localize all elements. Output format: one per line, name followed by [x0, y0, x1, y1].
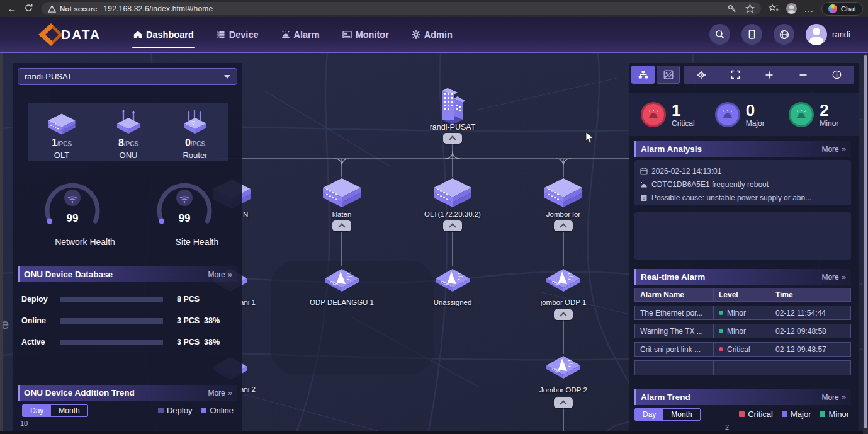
site-selector-dropdown[interactable]: randi-PUSAT [18, 68, 237, 85]
onu-trend-more-link[interactable]: More» [208, 388, 232, 397]
node-icon-jombor-odp1[interactable]: ODP [545, 268, 582, 299]
table-row[interactable]: The Ethernet por... Minor 02-12 11:54:44 [634, 306, 851, 320]
collections-icon[interactable] [769, 4, 779, 13]
node-label-root[interactable]: randi-PUSAT [405, 123, 500, 132]
collapse-button-klaten[interactable] [332, 220, 351, 231]
collapse-button-jombor-odp2[interactable] [554, 397, 573, 408]
active-bar [60, 340, 163, 345]
node-label-n[interactable]: N [243, 210, 268, 218]
alarm-trend-day-tab[interactable]: Day [635, 409, 663, 420]
stat-router[interactable]: 0/PCS Router [162, 103, 228, 161]
network-health-gauge: 99 [35, 180, 110, 238]
node-label-ani2[interactable]: ani 2 [240, 385, 265, 393]
node-icon-randi-pusat[interactable] [435, 87, 470, 127]
not-secure-warning-icon [48, 5, 56, 13]
locate-icon[interactable] [696, 70, 706, 80]
building-icon [435, 87, 470, 125]
node-label-unassigned[interactable]: Unassigned [405, 299, 500, 306]
onu-database-more-link[interactable]: More» [208, 270, 232, 279]
node-label-ani1[interactable]: ani 1 [240, 299, 265, 306]
stat-onu[interactable]: 8/PCS ONU [95, 103, 162, 161]
alarm-summary-critical[interactable]: 1 Critical [633, 93, 707, 136]
node-label-jombor-lor[interactable]: Jombor lor [516, 210, 611, 218]
router-device-icon [181, 108, 209, 136]
site-health-gauge: 99 [147, 180, 222, 238]
map-view-button[interactable] [657, 66, 680, 84]
fullscreen-icon[interactable] [731, 70, 740, 79]
address-bar[interactable]: Not secure 192.168.32.6/index.html#/home [42, 2, 761, 15]
tab-admin[interactable]: Admin [412, 17, 453, 52]
user-avatar [806, 24, 827, 45]
node-icon-jombor-lor[interactable] [543, 177, 583, 211]
zoom-in-icon[interactable] [765, 71, 774, 79]
tab-dashboard[interactable]: Dashboard [133, 17, 194, 52]
alarm-summary-minor[interactable]: 2 Minor [781, 93, 855, 136]
tab-device[interactable]: Device [217, 17, 259, 52]
onu-trend-day-tab[interactable]: Day [23, 405, 51, 416]
topology-view-button[interactable] [631, 66, 655, 84]
info-icon[interactable] [832, 70, 842, 79]
language-button[interactable] [774, 24, 794, 45]
browser-toolbar: ← Not secure 192.168.32.6/index.html#/ho… [0, 0, 868, 17]
node-label-olt[interactable]: OLT(172.20.30.2) [405, 210, 500, 218]
node-label-odp-delanggu[interactable]: ODP DELANGGU 1 [295, 299, 389, 306]
node-icon-olt[interactable] [432, 177, 473, 211]
alarm-trend-more-link[interactable]: More» [821, 392, 846, 402]
browser-menu-icon[interactable]: ... [804, 4, 814, 14]
node-icon-odp-delanggu[interactable]: ODP [324, 268, 360, 299]
profile-status-dot [794, 3, 797, 6]
node-label-jombor-odp1[interactable]: jombor ODP 1 [516, 299, 611, 306]
onu-trend-y-tick: 10 [20, 420, 28, 427]
node-icon-jombor-odp2[interactable]: ODP [545, 355, 582, 386]
copilot-chat-button[interactable]: Chat [821, 2, 863, 16]
node-icon-klaten[interactable] [322, 177, 362, 211]
app-window: ← Not secure 192.168.32.6/index.html#/ho… [0, 0, 868, 434]
onu-trend-month-tab[interactable]: Month [51, 405, 87, 416]
critical-siren-icon [641, 102, 666, 127]
node-label-klaten[interactable]: klaten [295, 210, 389, 218]
dashboard-right-panel: 1 Critical 0 Major 2 Minor [629, 63, 859, 434]
search-button[interactable] [709, 24, 730, 45]
onu-device-icon [115, 108, 142, 136]
table-header-row: Alarm Name Level Time [634, 288, 851, 302]
table-row[interactable]: Crit sni port link ... Critical 02-12 09… [634, 342, 851, 357]
browser-profile-avatar[interactable] [786, 3, 797, 14]
page-scrollbar[interactable] [863, 53, 868, 434]
site-health-label: Site Health [147, 237, 247, 247]
alarm-trend-month-tab[interactable]: Month [663, 409, 699, 420]
possible-cause-icon: ? [640, 194, 648, 202]
alarm-trend-header: Alarm Trend More» [634, 389, 851, 405]
collapse-button-jombor-lor[interactable] [554, 220, 573, 231]
calendar-icon [640, 168, 648, 175]
zoom-out-icon[interactable] [799, 71, 808, 79]
tab-monitor[interactable]: Monitor [342, 17, 389, 52]
scrollbar-thumb[interactable] [864, 55, 867, 428]
alarm-summary-major[interactable]: 0 Major [707, 93, 782, 136]
collapse-button-olt[interactable] [443, 220, 462, 231]
onu-trend-header: ONU Device Addition Trend More» [18, 385, 237, 401]
user-menu[interactable]: randi [806, 24, 850, 45]
minor-siren-icon [789, 102, 814, 127]
cdata-logo: DATA [35, 22, 129, 47]
node-label-jombor-odp2[interactable]: Jombor ODP 2 [516, 386, 611, 394]
onu-trend-gridline [34, 425, 236, 425]
table-row[interactable]: Warning The TX ... Minor 02-12 09:48:58 [634, 324, 851, 338]
alarm-analysis-card[interactable]: 2026-02-12 14:13:01 CDTC1DB6A5E1 frequen… [634, 160, 851, 205]
collapse-button-root[interactable] [443, 133, 462, 144]
alarm-analysis-more-link[interactable]: More» [821, 144, 846, 154]
browser-reload-icon[interactable] [20, 4, 37, 14]
collapse-button-jombor-odp1[interactable] [554, 309, 573, 320]
url-text[interactable]: 192.168.32.6/index.html#/home [103, 4, 213, 13]
stat-olt[interactable]: 1/PCS OLT [28, 103, 95, 161]
password-key-icon[interactable] [728, 4, 736, 13]
copilot-logo-icon [828, 4, 837, 13]
deploy-bar [60, 297, 163, 302]
realtime-alarm-more-link[interactable]: More» [821, 272, 846, 282]
device-icon [217, 30, 225, 39]
browser-back-icon[interactable]: ← [4, 3, 20, 14]
bookmark-star-icon[interactable] [745, 4, 755, 13]
app-navbar: DATA Dashboard Device Alarm Monitor Admi… [0, 17, 868, 53]
mobile-app-button[interactable] [741, 24, 762, 45]
node-icon-unassigned[interactable]: ODP [434, 268, 471, 299]
tab-alarm[interactable]: Alarm [281, 17, 320, 52]
